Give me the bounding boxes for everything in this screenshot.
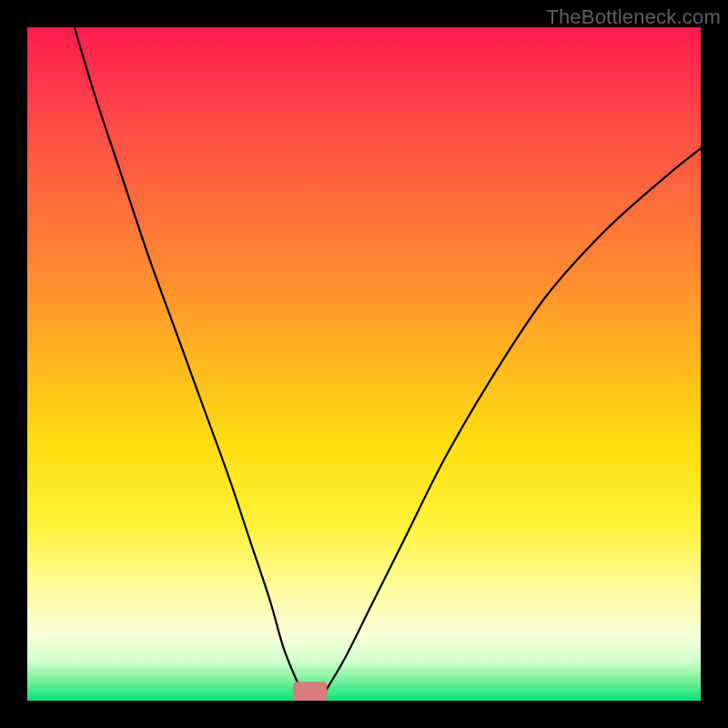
plot-area xyxy=(27,27,701,701)
right-branch-curve xyxy=(324,148,701,693)
curves-svg xyxy=(27,27,701,701)
watermark-text: TheBottleneck.com xyxy=(546,5,721,29)
left-branch-curve xyxy=(75,27,304,694)
minimum-marker xyxy=(293,682,327,701)
outer-frame: TheBottleneck.com xyxy=(0,0,728,728)
